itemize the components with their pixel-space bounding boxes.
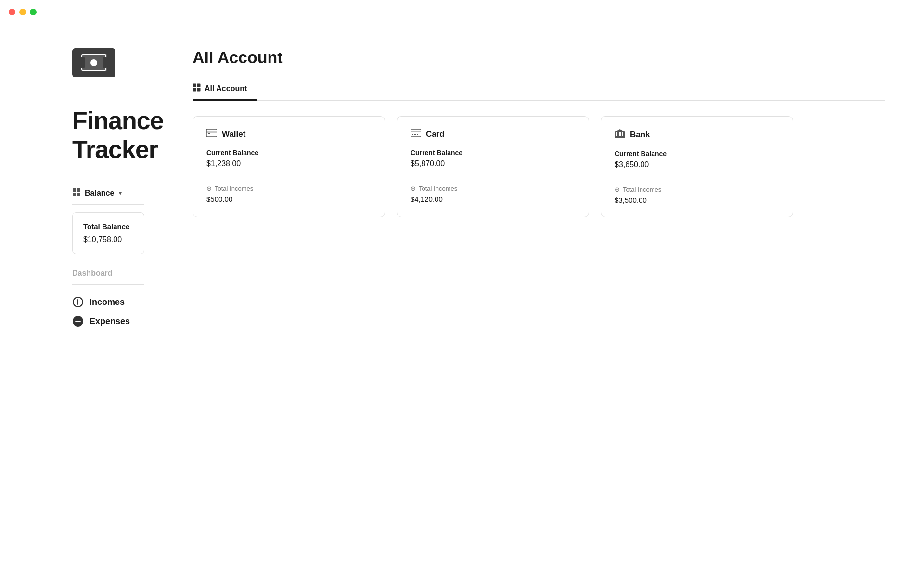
balance-card-value: $10,758.00: [83, 236, 133, 244]
traffic-lights: [9, 9, 37, 15]
minimize-button[interactable]: [19, 9, 26, 15]
card-income-icon: ⊕: [411, 185, 416, 192]
bank-income-icon: ⊕: [615, 186, 620, 193]
svg-rect-6: [77, 188, 80, 192]
svg-rect-22: [411, 131, 421, 132]
svg-rect-14: [193, 84, 196, 87]
bank-card: Bank Current Balance $3,650.00 ⊕ Total I…: [601, 116, 793, 217]
page-title: Finance Tracker: [72, 106, 144, 164]
svg-rect-20: [208, 133, 210, 134]
card-card-header: Card: [411, 129, 575, 139]
svg-marker-26: [615, 129, 625, 132]
svg-rect-5: [73, 188, 76, 192]
app-icon: [72, 48, 116, 77]
account-cards: Wallet Current Balance $1,238.00 ⊕ Total…: [192, 116, 886, 217]
bank-balance-value: $3,650.00: [615, 160, 779, 169]
tab-grid-icon: [192, 83, 201, 93]
main-content: All Account All Account: [164, 29, 924, 578]
wallet-card-divider: [206, 177, 371, 177]
card-card-name: Card: [426, 130, 445, 139]
svg-rect-31: [615, 136, 625, 138]
svg-rect-29: [621, 132, 622, 136]
expenses-label: Expenses: [90, 316, 130, 327]
svg-rect-23: [412, 134, 413, 135]
sidebar-dashboard-divider: [72, 284, 144, 285]
sidebar: Finance Tracker Balance ▾ Total Balance …: [0, 29, 164, 578]
view-selector-label: Balance: [85, 189, 114, 197]
svg-rect-28: [617, 132, 619, 136]
incomes-label: Incomes: [90, 297, 125, 307]
card-balance-label: Current Balance: [411, 149, 575, 157]
wallet-balance-value: $1,238.00: [206, 159, 371, 168]
wallet-income-value: $500.00: [206, 195, 371, 203]
wallet-income-icon: ⊕: [206, 185, 212, 192]
wallet-balance-label: Current Balance: [206, 149, 371, 157]
bank-card-divider: [615, 178, 779, 178]
app-container: Finance Tracker Balance ▾ Total Balance …: [0, 0, 924, 578]
section-title: All Account: [192, 48, 886, 67]
nav-item-incomes[interactable]: Incomes: [72, 292, 144, 312]
svg-rect-25: [417, 134, 418, 135]
bank-income-label: ⊕ Total Incomes: [615, 186, 779, 193]
tabs-bar: All Account: [192, 79, 886, 101]
minus-circle-icon: [72, 315, 84, 327]
bank-income-value: $3,500.00: [615, 196, 779, 204]
svg-rect-16: [193, 88, 196, 92]
svg-rect-17: [197, 88, 201, 92]
money-icon: [81, 54, 107, 71]
bank-icon: [615, 129, 625, 140]
tab-all-account-label: All Account: [205, 84, 247, 93]
credit-card-icon: [411, 129, 421, 139]
wallet-income-label: ⊕ Total Incomes: [206, 185, 371, 192]
svg-rect-7: [73, 193, 76, 196]
card-income-value: $4,120.00: [411, 195, 575, 203]
card-balance-value: $5,870.00: [411, 159, 575, 168]
svg-rect-15: [197, 84, 201, 87]
sidebar-top-divider: [72, 204, 144, 205]
bank-card-name: Bank: [630, 130, 650, 140]
close-button[interactable]: [9, 9, 15, 15]
svg-rect-3: [81, 57, 85, 68]
plus-circle-icon: [72, 296, 84, 308]
dashboard-label: Dashboard: [72, 269, 144, 277]
tab-all-account[interactable]: All Account: [192, 79, 257, 101]
balance-card-label: Total Balance: [83, 223, 133, 231]
wallet-card-name: Wallet: [222, 130, 245, 139]
wallet-icon: [206, 129, 217, 139]
svg-rect-19: [206, 131, 217, 133]
card-income-label: ⊕ Total Incomes: [411, 185, 575, 192]
balance-card: Total Balance $10,758.00: [72, 212, 144, 254]
chevron-down-icon: ▾: [119, 190, 122, 197]
wallet-card-header: Wallet: [206, 129, 371, 139]
svg-rect-27: [615, 132, 616, 136]
card-card: Card Current Balance $5,870.00 ⊕ Total I…: [397, 116, 589, 217]
bank-balance-label: Current Balance: [615, 150, 779, 158]
grid-icon: [72, 188, 81, 198]
svg-rect-21: [411, 129, 421, 137]
svg-rect-4: [103, 57, 107, 68]
svg-rect-8: [77, 193, 80, 196]
wallet-card: Wallet Current Balance $1,238.00 ⊕ Total…: [192, 116, 385, 217]
bank-card-header: Bank: [615, 129, 779, 140]
view-selector[interactable]: Balance ▾: [72, 188, 144, 198]
svg-rect-30: [623, 132, 625, 136]
card-card-divider: [411, 177, 575, 177]
svg-rect-24: [414, 134, 416, 135]
maximize-button[interactable]: [30, 9, 37, 15]
svg-point-2: [90, 59, 97, 66]
nav-item-expenses[interactable]: Expenses: [72, 312, 144, 331]
